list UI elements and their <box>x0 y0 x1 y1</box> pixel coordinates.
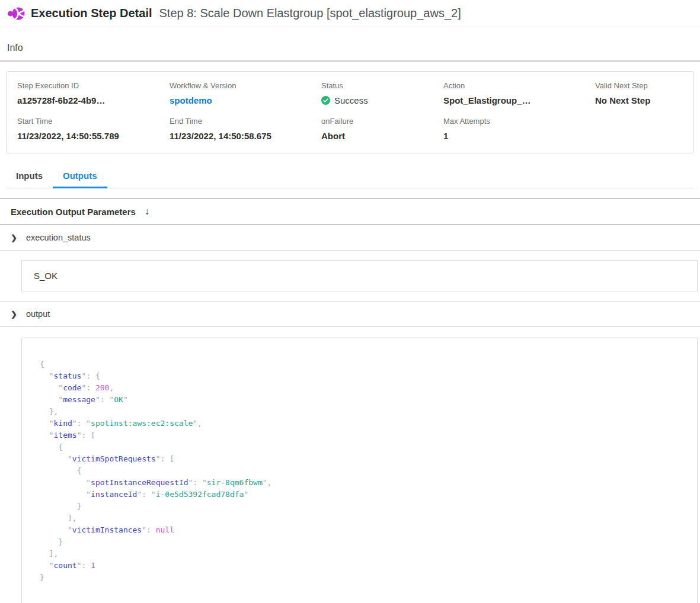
field-value: a125728f-6b22-4b9… <box>17 95 170 105</box>
tab-inputs[interactable]: Inputs <box>6 165 53 188</box>
page-title: Execution Step Detail <box>31 7 152 20</box>
step-subtitle: Step 8: Scale Down Elastgroup [spot_elas… <box>159 7 461 20</box>
field-label: Status <box>321 81 443 90</box>
field-value: 11/23/2022, 14:50:55.789 <box>17 131 170 141</box>
chevron-right-icon: ❯ <box>11 310 17 318</box>
divider <box>0 60 700 62</box>
workflow-link[interactable]: spotdemo <box>170 95 212 105</box>
info-field-workflow-version: Workflow & Version spotdemo <box>170 81 321 106</box>
field-label: Action <box>443 81 595 90</box>
collapse-all-arrow-icon[interactable]: ↓ <box>145 206 149 217</box>
info-field-valid-next-step: Valid Next Step No Next Step <box>595 81 693 106</box>
output-parameters-title: Execution Output Parameters <box>11 207 136 217</box>
divider <box>0 250 700 251</box>
chevron-right-icon: ❯ <box>11 234 17 242</box>
info-field-onfailure: onFailure Abort <box>321 117 443 141</box>
field-label: Start Time <box>17 117 170 126</box>
field-label: Max Attempts <box>443 117 595 126</box>
field-label: End Time <box>170 117 321 126</box>
field-value: 1 <box>443 131 595 141</box>
execution-status-value-box: S_OK <box>21 260 698 291</box>
expander-output[interactable]: ❯ output <box>0 302 700 326</box>
output-json-box: { "status": { "code": 200, "message": "O… <box>21 338 698 603</box>
status-badge: Success <box>321 95 443 105</box>
field-label: Valid Next Step <box>595 81 693 90</box>
tab-outputs[interactable]: Outputs <box>53 165 107 188</box>
field-value: Spot_Elastigroup_… <box>443 95 595 105</box>
info-field-status: Status Success <box>321 81 443 106</box>
info-field-end-time: End Time 11/23/2022, 14:50:58.675 <box>170 117 321 141</box>
status-text: Success <box>334 95 368 105</box>
field-value: 11/23/2022, 14:50:58.675 <box>170 131 321 141</box>
brand-logo-icon <box>7 5 25 23</box>
divider <box>0 326 700 327</box>
info-card: Step Execution ID a125728f-6b22-4b9… Wor… <box>6 71 694 153</box>
info-field-step-execution-id: Step Execution ID a125728f-6b22-4b9… <box>17 81 170 106</box>
page-header: Execution Step Detail Step 8: Scale Down… <box>0 0 700 27</box>
info-section-label: Info <box>7 43 700 53</box>
info-field-action: Action Spot_Elastigroup_… <box>443 81 595 106</box>
expander-execution-status[interactable]: ❯ execution_status <box>0 225 700 250</box>
param-name: output <box>26 309 50 319</box>
field-label: Workflow & Version <box>170 81 321 90</box>
field-label: Step Execution ID <box>17 81 170 90</box>
inputs-outputs-tabbar: Inputs Outputs <box>6 165 694 188</box>
info-field-start-time: Start Time 11/23/2022, 14:50:55.789 <box>17 117 170 141</box>
output-json-code: { "status": { "code": 200, "message": "O… <box>40 358 679 583</box>
field-value: Abort <box>321 131 443 141</box>
info-field-max-attempts: Max Attempts 1 <box>443 117 595 141</box>
execution-status-value: S_OK <box>34 271 57 281</box>
success-check-icon <box>321 96 330 105</box>
field-value: No Next Step <box>595 95 693 105</box>
info-field-empty <box>595 117 693 141</box>
param-name: execution_status <box>26 233 91 242</box>
field-label: onFailure <box>321 117 443 126</box>
output-parameters-header: Execution Output Parameters ↓ <box>0 199 700 224</box>
